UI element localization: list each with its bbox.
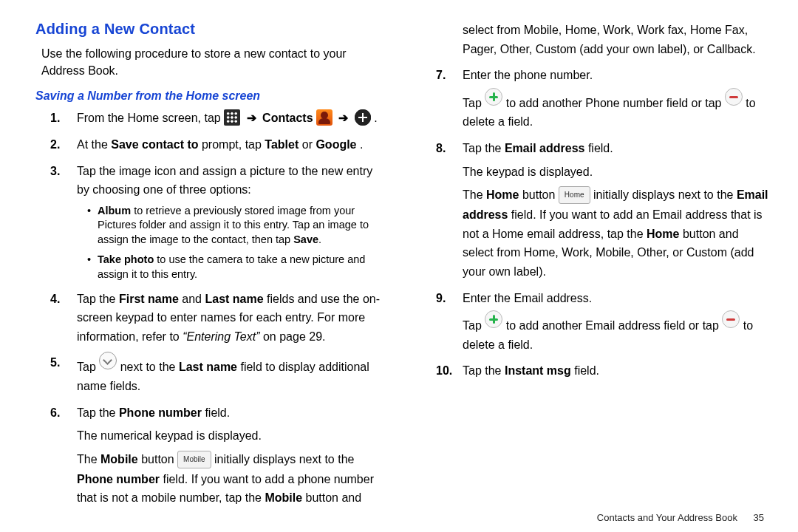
text: From the Home screen, tap	[77, 112, 224, 124]
bullet-album: Album to retrieve a previously stored im…	[87, 204, 386, 248]
step-5: 5. Tap next to the Last name field to di…	[35, 353, 386, 395]
bold: Mobile	[265, 491, 302, 504]
text: initially displays next to the	[214, 453, 354, 466]
bold: Mobile	[100, 453, 138, 466]
add-icon	[355, 109, 371, 126]
arrow-icon: ➔	[244, 112, 259, 124]
step-number: 5.	[50, 353, 60, 372]
step-10: 10. Tap the Instant msg field.	[421, 361, 771, 381]
bold: Home	[486, 188, 519, 201]
add-delete-line: Tap to add another Email address field o…	[463, 312, 771, 354]
add-field-icon	[485, 88, 502, 106]
home-button-paragraph: The Home button Home initially displays …	[463, 185, 771, 281]
bold: Phone number	[119, 406, 202, 419]
chevron-down-icon	[99, 352, 117, 369]
bold: Phone number	[77, 473, 160, 485]
page-number: 35	[754, 512, 764, 523]
contacts-icon	[316, 109, 332, 126]
step-4: 4. Tap the First name and Last name fiel…	[35, 290, 386, 347]
bold: Home	[647, 228, 679, 240]
text: or	[302, 138, 316, 151]
text: Enter the Email address.	[463, 292, 592, 304]
add-delete-line: Tap to add another Phone number field or…	[463, 89, 771, 132]
text: Tap	[77, 361, 99, 373]
bold: Save contact to	[111, 138, 198, 151]
text: field.	[588, 142, 613, 154]
text: Tap the	[77, 293, 119, 305]
text: The keypad is displayed.	[463, 163, 771, 182]
bullet-list: Album to retrieve a previously stored im…	[77, 204, 386, 282]
step-number: 2.	[50, 135, 60, 154]
delete-field-icon	[725, 88, 743, 106]
contacts-label: Contacts	[262, 112, 313, 124]
page-body: Adding a New Contact Use the following p…	[35, 21, 771, 514]
bold: Album	[98, 205, 131, 216]
text: next to the	[120, 361, 179, 373]
text: .	[318, 233, 321, 245]
text: Tap the	[77, 406, 119, 419]
text: Tap	[463, 319, 485, 332]
text: Tap the	[463, 142, 505, 154]
step-number: 10.	[436, 361, 452, 381]
bold: Save	[293, 233, 318, 245]
add-field-icon	[485, 310, 502, 328]
step-9: 9. Enter the Email address. Tap to add a…	[421, 289, 771, 355]
text: Tap	[463, 97, 485, 109]
text: The	[463, 188, 486, 201]
step-number: 9.	[436, 289, 446, 308]
bold: Last name	[179, 361, 237, 373]
step-7: 7. Enter the phone number. Tap to add an…	[421, 66, 771, 132]
text: button	[141, 453, 177, 466]
italic-ref: “Entering Text”	[183, 330, 259, 343]
bold: Email address	[505, 142, 585, 154]
text: and	[182, 293, 205, 305]
text: button	[522, 188, 559, 201]
step-1: 1. From the Home screen, tap ➔ Contacts …	[35, 109, 386, 128]
bold: Tablet	[265, 138, 299, 151]
bold: Take photo	[98, 253, 154, 265]
text: Tap the	[463, 364, 505, 377]
text: At the	[77, 138, 111, 151]
delete-field-icon	[722, 310, 740, 328]
bold: Google	[316, 138, 356, 151]
subsection-heading: Saving a Number from the Home screen	[35, 89, 386, 103]
home-type-button: Home	[559, 186, 590, 204]
step-2: 2. At the Save contact to prompt, tap Ta…	[35, 135, 386, 154]
text: to retrieve a previously stored image fr…	[98, 205, 369, 245]
mobile-type-button: Mobile	[177, 451, 211, 468]
text: on page 29.	[263, 330, 326, 343]
step-3: 3. Tap the image icon and assign a pictu…	[35, 162, 386, 282]
text: field.	[574, 364, 599, 377]
text: field.	[205, 406, 230, 419]
text: prompt, tap	[202, 138, 265, 151]
bold: First name	[119, 293, 179, 305]
step-number: 8.	[436, 139, 446, 158]
apps-grid-icon	[224, 109, 240, 126]
step-number: 6.	[50, 403, 60, 423]
step-number: 3.	[50, 162, 60, 181]
step-number: 7.	[436, 66, 446, 85]
text: The numerical keypad is displayed.	[77, 426, 386, 446]
text: to add another Email address field or ta…	[506, 319, 723, 332]
section-heading: Adding a New Contact	[35, 21, 386, 38]
text: The	[77, 453, 100, 466]
intro-paragraph: Use the following procedure to store a n…	[41, 45, 386, 79]
text: Tap the image icon and assign a picture …	[77, 165, 372, 197]
arrow-icon: ➔	[335, 112, 351, 124]
step-number: 1.	[50, 109, 60, 128]
text: to add another Phone number field or tap	[506, 97, 725, 109]
text: .	[360, 138, 363, 151]
text: Enter the phone number.	[463, 69, 593, 81]
step-8: 8. Tap the Email address field. The keyp…	[421, 139, 771, 282]
bullet-take-photo: Take photo to use the camera to take a n…	[87, 253, 386, 282]
step-number: 4.	[50, 290, 60, 309]
bold: Last name	[205, 293, 263, 305]
bold: Instant msg	[505, 364, 571, 377]
footer-section: Contacts and Your Address Book	[597, 512, 737, 523]
text: .	[374, 112, 377, 124]
page-footer: Contacts and Your Address Book 35	[597, 512, 764, 523]
text: initially displays next to the	[593, 188, 737, 201]
